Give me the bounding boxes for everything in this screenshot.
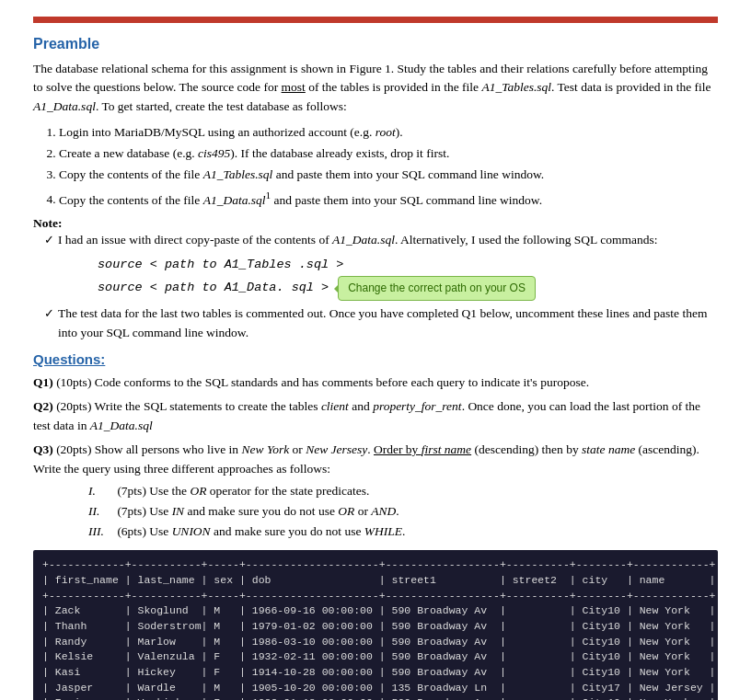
questions-title: Questions: [33,351,718,367]
preamble-intro: The database relational schema for this … [33,60,718,116]
q3-orderby-pre: Order by [374,442,422,456]
roman-II-keyword2: OR [338,504,354,518]
source-line-2: source < path to A1_Data. sql > Change t… [98,276,718,302]
q2-pre: (20pts) Write the SQL statements to crea… [56,399,321,413]
step-3: Copy the contents of the file A1_Tables.… [59,166,718,184]
source-2-text: source < path to A1_Data. sql > [98,277,329,299]
step-1: Login into MariaDB/MySQL using an author… [59,123,718,142]
preamble-title: Preamble [33,36,718,52]
checkmark-icon: ✓ [44,231,54,249]
source-line-1: source < path to A1_Tables .sql > [98,254,718,276]
q3-statename-italic: state name [582,442,635,456]
roman-II-keyword1: IN [172,504,185,518]
checkmark-icon-2: ✓ [44,304,54,323]
source-block: source < path to A1_Tables .sql > source… [98,254,718,302]
q3-num: Q3) [33,442,53,456]
intro-underline: most [282,80,306,94]
roman-II: II. (7pts) Use IN and make sure you do n… [88,502,718,521]
q2-mid: and [349,399,373,413]
intro2-text: of the tables is provided in the file [306,80,482,94]
q1-block: Q1) (10pts) Code conforms to the SQL sta… [33,373,718,393]
q1-num: Q1) [33,375,53,389]
q3-italic2: New Jersesy [306,442,367,456]
check1-text: I had an issue with direct copy-paste of… [58,231,657,249]
page: Preamble The database relational schema … [0,0,751,700]
step-4: Copy the contents of the file A1_Data.sq… [59,188,718,210]
q1-text: (10pts) Code conforms to the SQL standar… [56,375,589,389]
note-block: Note: ✓ I had an issue with direct copy-… [33,216,718,342]
q2-num: Q2) [33,399,53,413]
file2: A1_Data.sql [33,99,96,113]
q3-mid: or [289,442,306,456]
q2-block: Q2) (20pts) Write the SQL statements to … [33,397,718,436]
steps-list: Login into MariaDB/MySQL using an author… [59,123,718,210]
intro3-text: . Test data is provided in the file [551,80,711,94]
check-item-2: ✓ The test data for the last two tables … [44,304,718,342]
q2-italic2: property_for_rent [373,399,462,413]
roman-II-keyword3: AND [371,504,396,518]
q3-orderby-post: (descending) then by [471,442,582,456]
q2-italic1: client [321,399,349,413]
roman-III-keyword1: UNION [172,524,211,538]
top-bar [33,17,718,23]
roman-III-label: III. [88,522,114,541]
roman-III-keyword2: WHILE [364,524,402,538]
roman-I: I. (7pts) Use the OR operator for the st… [88,482,718,500]
q3-block: Q3) (20pts) Show all persons who live in… [33,441,718,542]
intro4-text: . To get started, create the test databa… [96,99,347,113]
roman-list: I. (7pts) Use the OR operator for the st… [88,482,718,542]
step-2: Create a new database (e.g. cis495). If … [59,144,718,163]
q3-post: . [367,442,374,456]
roman-II-label: II. [88,502,114,521]
sql-table: +------------+-----------+-----+--------… [33,550,718,700]
check2-text: The test data for the last two tables is… [58,304,718,342]
note-label: Note: [33,216,62,230]
q3-italic1: New York [242,442,290,456]
q2-italic3: A1_Data.sql [90,419,153,432]
source-1-text: source < path to A1_Tables .sql > [98,254,343,276]
tooltip-bubble: Change the correct path on your OS [338,276,536,302]
check-item-1: ✓ I had an issue with direct copy-paste … [44,231,718,249]
q3-orderby-italic: first name [422,442,471,456]
roman-III: III. (6pts) Use UNION and make sure you … [88,522,718,541]
roman-I-keyword: OR [190,484,206,498]
file1: A1_Tables.sql [481,80,551,94]
q3-pre: (20pts) Show all persons who live in [56,442,241,456]
roman-I-label: I. [88,482,114,500]
